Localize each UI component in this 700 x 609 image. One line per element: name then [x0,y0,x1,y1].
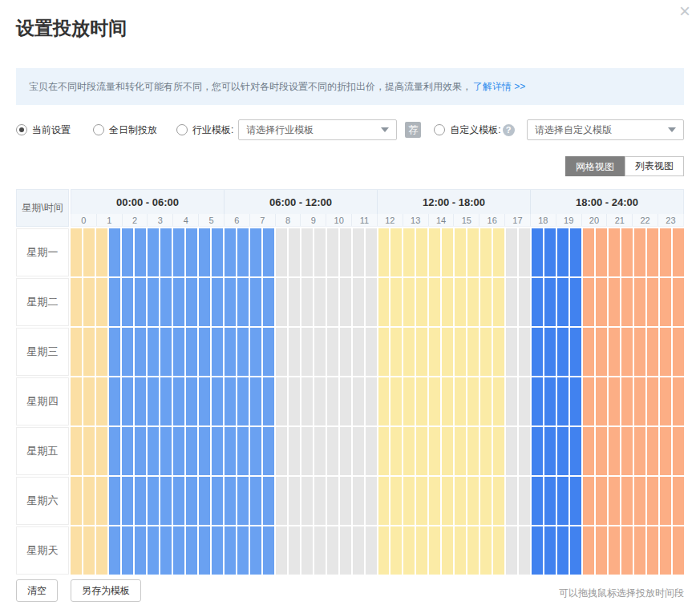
schedule-cell[interactable] [557,278,568,326]
schedule-cell[interactable] [596,328,607,376]
schedule-cell[interactable] [366,328,377,376]
schedule-cell[interactable] [390,477,402,525]
day-label[interactable]: 星期六 [16,477,69,525]
schedule-cell[interactable] [237,278,249,326]
schedule-cell[interactable] [519,377,530,425]
schedule-cell[interactable] [493,427,504,475]
schedule-cell[interactable] [467,427,479,475]
schedule-cell[interactable] [557,477,568,525]
hour-header[interactable]: 5 [198,214,224,226]
schedule-cell[interactable] [314,278,326,326]
schedule-cell[interactable] [314,377,326,425]
day-label[interactable]: 星期三 [16,328,69,376]
list-view-button[interactable]: 列表视图 [625,156,684,176]
schedule-cell[interactable] [186,427,197,475]
schedule-cell[interactable] [621,278,633,326]
schedule-cell[interactable] [237,526,249,575]
radio-option-fullday[interactable]: 全日制投放 [93,123,157,137]
schedule-cell[interactable] [506,328,517,376]
schedule-cell[interactable] [314,477,326,525]
schedule-cell[interactable] [673,228,684,276]
schedule-cell[interactable] [276,228,287,276]
grid-view-button[interactable]: 网格视图 [565,156,625,176]
schedule-cell[interactable] [173,526,184,575]
schedule-cell[interactable] [634,278,645,326]
schedule-cell[interactable] [429,427,440,475]
schedule-cell[interactable] [570,477,581,525]
schedule-cell[interactable] [660,377,671,425]
schedule-cell[interactable] [353,377,364,425]
schedule-cell[interactable] [173,278,184,326]
schedule-cell[interactable] [416,228,427,276]
schedule-cell[interactable] [583,228,594,276]
schedule-cell[interactable] [353,228,364,276]
schedule-cell[interactable] [660,278,671,326]
schedule-cell[interactable] [276,477,287,525]
schedule-cell[interactable] [480,228,492,276]
schedule-cell[interactable] [289,477,300,525]
schedule-cell[interactable] [186,477,197,525]
schedule-cell[interactable] [532,228,543,276]
schedule-cell[interactable] [493,278,504,326]
schedule-cell[interactable] [660,477,671,525]
save-as-template-button[interactable]: 另存为模板 [71,579,141,602]
schedule-cell[interactable] [353,526,364,575]
schedule-cell[interactable] [173,328,184,376]
schedule-cell[interactable] [429,228,440,276]
schedule-cell[interactable] [403,526,415,575]
schedule-cell[interactable] [225,328,236,376]
schedule-cell[interactable] [83,377,95,425]
schedule-cell[interactable] [173,228,184,276]
schedule-cell[interactable] [596,427,607,475]
schedule-cell[interactable] [83,278,95,326]
schedule-cell[interactable] [378,278,390,326]
schedule-cell[interactable] [416,526,427,575]
schedule-cell[interactable] [96,228,107,276]
schedule-cell[interactable] [634,477,645,525]
schedule-cell[interactable] [366,427,377,475]
schedule-cell[interactable] [455,377,466,425]
day-label[interactable]: 星期二 [16,278,69,326]
schedule-cell[interactable] [532,427,543,475]
hour-header[interactable]: 19 [556,214,581,226]
schedule-cell[interactable] [250,328,261,376]
schedule-cell[interactable] [122,228,133,276]
schedule-cell[interactable] [160,377,172,425]
schedule-cell[interactable] [135,477,146,525]
schedule-cell[interactable] [467,526,479,575]
learn-more-link[interactable]: 了解详情 >> [473,80,525,94]
schedule-cell[interactable] [96,278,107,326]
hour-header[interactable]: 22 [632,214,658,226]
schedule-cell[interactable] [237,477,249,525]
schedule-cell[interactable] [544,328,556,376]
schedule-cell[interactable] [544,278,556,326]
radio-icon[interactable] [93,124,104,135]
schedule-cell[interactable] [83,427,95,475]
schedule-cell[interactable] [429,328,440,376]
schedule-cell[interactable] [276,328,287,376]
schedule-cell[interactable] [532,328,543,376]
schedule-cell[interactable] [378,427,390,475]
radio-selected-icon[interactable] [16,124,27,135]
schedule-cell[interactable] [429,526,440,575]
schedule-cell[interactable] [673,427,684,475]
schedule-cell[interactable] [621,477,633,525]
schedule-cell[interactable] [340,526,351,575]
schedule-cell[interactable] [160,427,172,475]
schedule-cell[interactable] [250,526,261,575]
schedule-cell[interactable] [225,477,236,525]
day-label[interactable]: 星期五 [16,427,69,475]
schedule-cell[interactable] [596,228,607,276]
schedule-cell[interactable] [480,427,492,475]
schedule-cell[interactable] [135,278,146,326]
schedule-cell[interactable] [570,228,581,276]
radio-option-industry[interactable]: 行业模板: [176,123,233,137]
hour-header[interactable]: 3 [147,214,172,226]
hour-header[interactable]: 2 [122,214,148,226]
schedule-cell[interactable] [442,427,453,475]
schedule-cell[interactable] [660,526,671,575]
schedule-cell[interactable] [289,377,300,425]
schedule-cell[interactable] [237,228,249,276]
schedule-cell[interactable] [122,377,133,425]
schedule-cell[interactable] [276,377,287,425]
